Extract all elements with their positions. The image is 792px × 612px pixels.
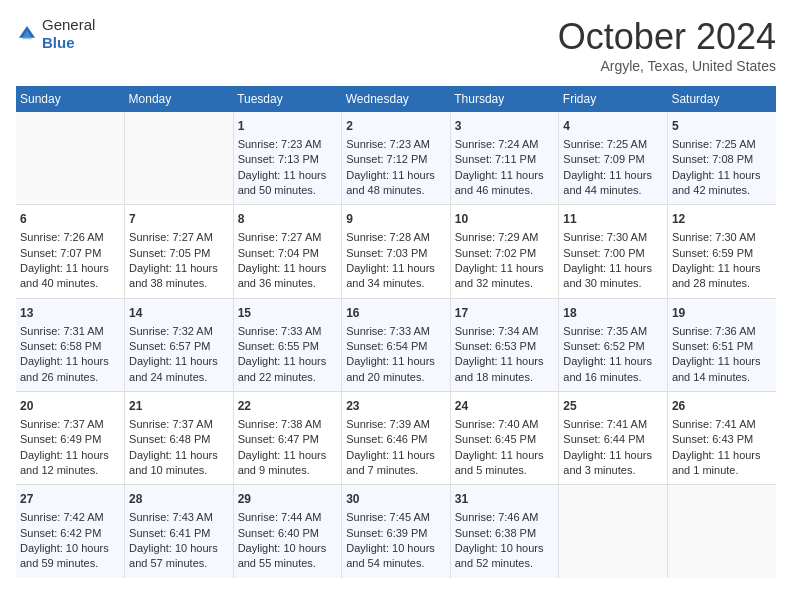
day-number: 13 [20,305,120,322]
daylight-text: Daylight: 11 hours and 7 minutes. [346,448,446,479]
sunrise-text: Sunrise: 7:25 AM [672,137,772,152]
calendar-cell: 23Sunrise: 7:39 AMSunset: 6:46 PMDayligh… [342,392,451,485]
day-number: 11 [563,211,663,228]
sunset-text: Sunset: 7:03 PM [346,246,446,261]
sunset-text: Sunset: 6:51 PM [672,339,772,354]
calendar-week-1: 1Sunrise: 7:23 AMSunset: 7:13 PMDaylight… [16,112,776,205]
sunset-text: Sunset: 7:04 PM [238,246,338,261]
daylight-text: Daylight: 11 hours and 26 minutes. [20,354,120,385]
sunrise-text: Sunrise: 7:24 AM [455,137,555,152]
day-number: 29 [238,491,338,508]
calendar-cell: 16Sunrise: 7:33 AMSunset: 6:54 PMDayligh… [342,298,451,391]
calendar-cell: 10Sunrise: 7:29 AMSunset: 7:02 PMDayligh… [450,205,559,298]
sunrise-text: Sunrise: 7:29 AM [455,230,555,245]
daylight-text: Daylight: 11 hours and 36 minutes. [238,261,338,292]
calendar-cell: 29Sunrise: 7:44 AMSunset: 6:40 PMDayligh… [233,485,342,578]
day-number: 30 [346,491,446,508]
calendar-cell: 31Sunrise: 7:46 AMSunset: 6:38 PMDayligh… [450,485,559,578]
calendar-cell: 9Sunrise: 7:28 AMSunset: 7:03 PMDaylight… [342,205,451,298]
daylight-text: Daylight: 11 hours and 20 minutes. [346,354,446,385]
daylight-text: Daylight: 10 hours and 59 minutes. [20,541,120,572]
month-title: October 2024 [558,16,776,58]
sunset-text: Sunset: 7:11 PM [455,152,555,167]
sunset-text: Sunset: 6:44 PM [563,432,663,447]
day-number: 19 [672,305,772,322]
sunset-text: Sunset: 6:45 PM [455,432,555,447]
title-block: October 2024 Argyle, Texas, United State… [558,16,776,74]
calendar-cell: 19Sunrise: 7:36 AMSunset: 6:51 PMDayligh… [667,298,776,391]
header-tuesday: Tuesday [233,86,342,112]
day-number: 3 [455,118,555,135]
day-number: 24 [455,398,555,415]
sunset-text: Sunset: 6:47 PM [238,432,338,447]
sunrise-text: Sunrise: 7:40 AM [455,417,555,432]
sunrise-text: Sunrise: 7:30 AM [563,230,663,245]
sunset-text: Sunset: 6:59 PM [672,246,772,261]
sunrise-text: Sunrise: 7:39 AM [346,417,446,432]
sunrise-text: Sunrise: 7:45 AM [346,510,446,525]
day-number: 15 [238,305,338,322]
header-friday: Friday [559,86,668,112]
day-number: 2 [346,118,446,135]
sunset-text: Sunset: 6:49 PM [20,432,120,447]
day-number: 26 [672,398,772,415]
calendar-cell: 8Sunrise: 7:27 AMSunset: 7:04 PMDaylight… [233,205,342,298]
daylight-text: Daylight: 10 hours and 55 minutes. [238,541,338,572]
sunrise-text: Sunrise: 7:43 AM [129,510,229,525]
sunrise-text: Sunrise: 7:31 AM [20,324,120,339]
daylight-text: Daylight: 11 hours and 10 minutes. [129,448,229,479]
day-number: 9 [346,211,446,228]
sunset-text: Sunset: 7:09 PM [563,152,663,167]
sunrise-text: Sunrise: 7:35 AM [563,324,663,339]
daylight-text: Daylight: 11 hours and 3 minutes. [563,448,663,479]
logo-general: General [42,16,95,33]
day-number: 17 [455,305,555,322]
day-number: 5 [672,118,772,135]
sunset-text: Sunset: 6:54 PM [346,339,446,354]
header-sunday: Sunday [16,86,125,112]
header-wednesday: Wednesday [342,86,451,112]
day-number: 4 [563,118,663,135]
day-number: 16 [346,305,446,322]
day-number: 14 [129,305,229,322]
day-number: 10 [455,211,555,228]
daylight-text: Daylight: 11 hours and 9 minutes. [238,448,338,479]
calendar-cell: 17Sunrise: 7:34 AMSunset: 6:53 PMDayligh… [450,298,559,391]
daylight-text: Daylight: 11 hours and 12 minutes. [20,448,120,479]
sunrise-text: Sunrise: 7:46 AM [455,510,555,525]
sunrise-text: Sunrise: 7:44 AM [238,510,338,525]
daylight-text: Daylight: 11 hours and 30 minutes. [563,261,663,292]
daylight-text: Daylight: 11 hours and 22 minutes. [238,354,338,385]
daylight-text: Daylight: 11 hours and 38 minutes. [129,261,229,292]
sunset-text: Sunset: 6:57 PM [129,339,229,354]
page-header: General Blue October 2024 Argyle, Texas,… [16,16,776,74]
daylight-text: Daylight: 11 hours and 14 minutes. [672,354,772,385]
sunrise-text: Sunrise: 7:23 AM [238,137,338,152]
sunset-text: Sunset: 6:53 PM [455,339,555,354]
calendar-cell: 24Sunrise: 7:40 AMSunset: 6:45 PMDayligh… [450,392,559,485]
calendar-cell [125,112,234,205]
calendar-cell: 12Sunrise: 7:30 AMSunset: 6:59 PMDayligh… [667,205,776,298]
sunrise-text: Sunrise: 7:38 AM [238,417,338,432]
sunrise-text: Sunrise: 7:25 AM [563,137,663,152]
sunset-text: Sunset: 7:08 PM [672,152,772,167]
sunset-text: Sunset: 7:05 PM [129,246,229,261]
calendar-cell: 6Sunrise: 7:26 AMSunset: 7:07 PMDaylight… [16,205,125,298]
day-number: 6 [20,211,120,228]
sunset-text: Sunset: 7:02 PM [455,246,555,261]
day-number: 27 [20,491,120,508]
calendar-week-2: 6Sunrise: 7:26 AMSunset: 7:07 PMDaylight… [16,205,776,298]
sunset-text: Sunset: 6:39 PM [346,526,446,541]
header-row: Sunday Monday Tuesday Wednesday Thursday… [16,86,776,112]
sunrise-text: Sunrise: 7:33 AM [238,324,338,339]
sunrise-text: Sunrise: 7:34 AM [455,324,555,339]
sunrise-text: Sunrise: 7:42 AM [20,510,120,525]
calendar-cell: 18Sunrise: 7:35 AMSunset: 6:52 PMDayligh… [559,298,668,391]
location: Argyle, Texas, United States [558,58,776,74]
day-number: 31 [455,491,555,508]
daylight-text: Daylight: 11 hours and 28 minutes. [672,261,772,292]
daylight-text: Daylight: 11 hours and 40 minutes. [20,261,120,292]
calendar-cell: 20Sunrise: 7:37 AMSunset: 6:49 PMDayligh… [16,392,125,485]
daylight-text: Daylight: 11 hours and 48 minutes. [346,168,446,199]
calendar-header: Sunday Monday Tuesday Wednesday Thursday… [16,86,776,112]
